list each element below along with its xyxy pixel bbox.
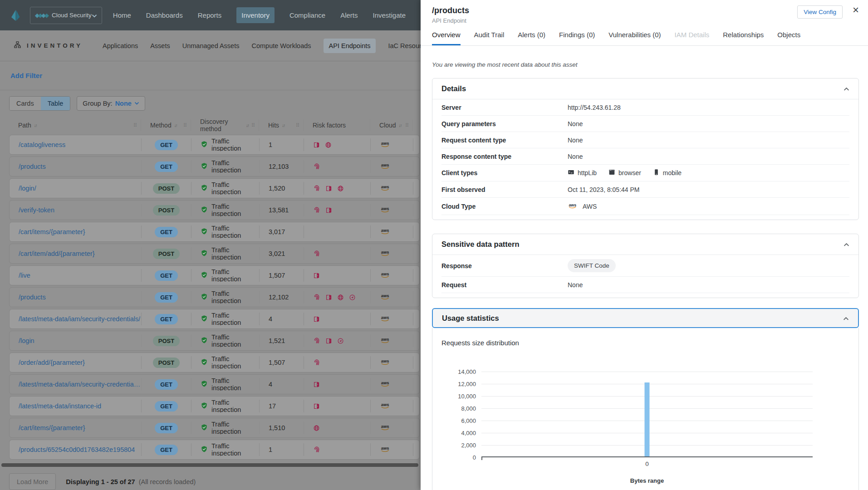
path-link[interactable]: /latest/meta-data/iam/security-credentia… — [19, 381, 141, 388]
fingerprint-icon — [313, 185, 320, 192]
x-axis-tick-label: 0 — [645, 461, 649, 467]
method-badge: GET — [155, 314, 178, 324]
path-link[interactable]: /products — [19, 294, 46, 301]
tab-objects[interactable]: Objects — [777, 31, 800, 45]
path-link[interactable]: /latest/meta-data/instance-id — [19, 402, 101, 410]
tab-alerts[interactable]: Alerts (0) — [518, 31, 545, 45]
load-more-button[interactable]: Load More — [9, 473, 56, 490]
subnav-item-compute-workloads[interactable]: Compute Workloads — [251, 42, 311, 49]
table-row[interactable]: /products GET Traffic inspection 12,102 … — [9, 287, 420, 307]
path-link[interactable]: /cart/item/add/{parameter} — [19, 250, 95, 257]
nav-item-home[interactable]: Home — [113, 11, 131, 19]
sort-icon[interactable]: ↓↑ — [174, 123, 177, 128]
path-link[interactable]: /cart/items/{parameter} — [19, 228, 85, 235]
y-axis-tick-label: 10,000 — [458, 393, 476, 400]
drag-handle-icon[interactable]: ⠿ — [296, 122, 299, 128]
table-row[interactable]: /latest/meta-data/iam/security-credentia… — [9, 309, 420, 329]
tab-findings[interactable]: Findings (0) — [559, 31, 595, 45]
path-link[interactable]: /latest/meta-data/iam/security-credentia… — [19, 315, 140, 323]
table-row[interactable]: /live GET Traffic inspection 1,507 aws — [9, 265, 420, 285]
path-link[interactable]: /catalogliveness — [19, 141, 65, 148]
brand-logo-icon[interactable] — [10, 10, 21, 21]
sensitive-data-card-header[interactable]: Sensitive data pattern — [432, 234, 858, 255]
drag-handle-icon[interactable]: ⠿ — [133, 122, 137, 128]
group-by-dropdown[interactable]: Group By: None — [77, 96, 145, 111]
table-row[interactable]: /cart/items/{parameter} GET Traffic insp… — [9, 418, 420, 438]
tab-audit-trail[interactable]: Audit Trail — [474, 31, 505, 45]
nav-item-inventory[interactable]: Inventory — [236, 7, 275, 23]
table-row[interactable]: /order/add/{parameter} POST Traffic insp… — [9, 353, 420, 372]
risk-factors-cell — [304, 421, 370, 434]
usage-statistics-header[interactable]: Usage statistics — [432, 308, 859, 328]
path-link[interactable]: /order/add/{parameter} — [19, 359, 85, 366]
view-config-button[interactable]: View Config — [797, 5, 843, 19]
path-link[interactable]: /products/65254c0d0d1763482e195804 — [19, 446, 135, 453]
table-row[interactable]: /login/ POST Traffic inspection 1,520 aw… — [9, 178, 420, 198]
chevron-up-icon[interactable] — [843, 240, 849, 249]
close-icon[interactable]: × — [853, 5, 859, 15]
hits-value: 3,021 — [259, 247, 304, 260]
cloud-cell: aws — [370, 160, 413, 173]
sort-icon[interactable]: ↓↑ — [399, 123, 402, 128]
subnav-item-assets[interactable]: Assets — [150, 42, 170, 49]
risk-factors-cell — [304, 225, 370, 238]
scrollbar-thumb[interactable] — [1, 463, 418, 467]
table-row[interactable]: /products GET Traffic inspection 12,103 … — [9, 157, 420, 176]
hits-value: 1,507 — [259, 269, 304, 282]
table-row[interactable]: /latest/meta-data/iam/security-credentia… — [9, 374, 420, 394]
method-badge: POST — [153, 183, 180, 194]
tab-vulnerabilities[interactable]: Vulnerabilities (0) — [608, 31, 661, 45]
table-row[interactable]: /latest/meta-data/instance-id GET Traffi… — [9, 396, 420, 416]
table-row[interactable]: /cart/item/add/{parameter} POST Traffic … — [9, 244, 420, 264]
table-row[interactable]: /login POST Traffic inspection 1,521 aws — [9, 331, 420, 351]
table-row[interactable]: /verify-token POST Traffic inspection 13… — [9, 200, 420, 220]
aws-icon: aws — [380, 140, 392, 150]
sort-icon[interactable]: ↓↑ — [282, 123, 284, 128]
chevron-up-icon[interactable] — [843, 314, 849, 323]
cards-view-button[interactable]: Cards — [10, 97, 41, 110]
nav-item-dashboards[interactable]: Dashboards — [146, 11, 183, 19]
subnav-item-api-endpoints[interactable]: API Endpoints — [324, 39, 376, 53]
drag-handle-icon[interactable]: ⠿ — [405, 122, 409, 128]
detail-row-response-content-type: Response content type None — [441, 148, 849, 165]
y-axis-tick-label: 2,000 — [461, 442, 476, 449]
table-view-button[interactable]: Table — [41, 97, 70, 110]
details-card-header[interactable]: Details — [432, 78, 858, 99]
table-row[interactable]: /products/65254c0d0d1763482e195804 GET T… — [9, 440, 420, 460]
subnav-item-iac-resources[interactable]: IaC Resources — [388, 42, 421, 49]
table-row[interactable]: /catalogliveness GET Traffic inspection … — [9, 135, 420, 155]
view-toggle: Cards Table — [9, 96, 70, 111]
aws-icon: aws — [380, 162, 392, 172]
path-link[interactable]: /live — [19, 272, 30, 279]
path-link[interactable]: /verify-token — [19, 206, 54, 214]
subnav-item-unmanaged-assets[interactable]: Unmanaged Assets — [182, 42, 240, 49]
all-records-note: (All records loaded) — [139, 478, 196, 485]
path-link[interactable]: /products — [19, 163, 46, 170]
door-icon — [313, 403, 320, 410]
door-icon — [313, 272, 320, 279]
tab-overview[interactable]: Overview — [432, 31, 461, 45]
chevron-up-icon[interactable] — [843, 84, 849, 93]
risk-factors-cell — [304, 356, 370, 369]
path-link[interactable]: /cart/items/{parameter} — [19, 424, 85, 431]
path-link[interactable]: /login — [19, 337, 34, 344]
sort-icon[interactable]: ↓↑ — [246, 123, 249, 128]
nav-item-alerts[interactable]: Alerts — [340, 11, 358, 19]
aws-icon: aws — [380, 271, 392, 280]
drag-handle-icon[interactable]: ⠿ — [183, 122, 187, 128]
sort-icon[interactable]: ↓↑ — [34, 123, 37, 128]
tab-relationships[interactable]: Relationships — [723, 31, 764, 45]
hits-value: 17 — [259, 400, 304, 412]
nav-item-reports[interactable]: Reports — [198, 11, 222, 19]
table-row[interactable]: /cart/items/{parameter} GET Traffic insp… — [9, 222, 420, 242]
drawer-content: You are viewing the most recent data abo… — [421, 61, 868, 490]
drag-handle-icon[interactable]: ⠿ — [251, 122, 255, 128]
add-filter-button[interactable]: Add Filter — [10, 72, 42, 79]
nav-item-compliance[interactable]: Compliance — [289, 11, 325, 19]
subnav-item-applications[interactable]: Applications — [103, 42, 138, 49]
product-selector[interactable]: ◆◆◆◆ Cloud Security — [30, 7, 102, 24]
nav-item-investigate[interactable]: Investigate — [373, 11, 406, 19]
path-link[interactable]: /login/ — [19, 185, 36, 192]
shield-check-icon — [201, 162, 208, 171]
chevron-down-icon — [92, 11, 97, 20]
